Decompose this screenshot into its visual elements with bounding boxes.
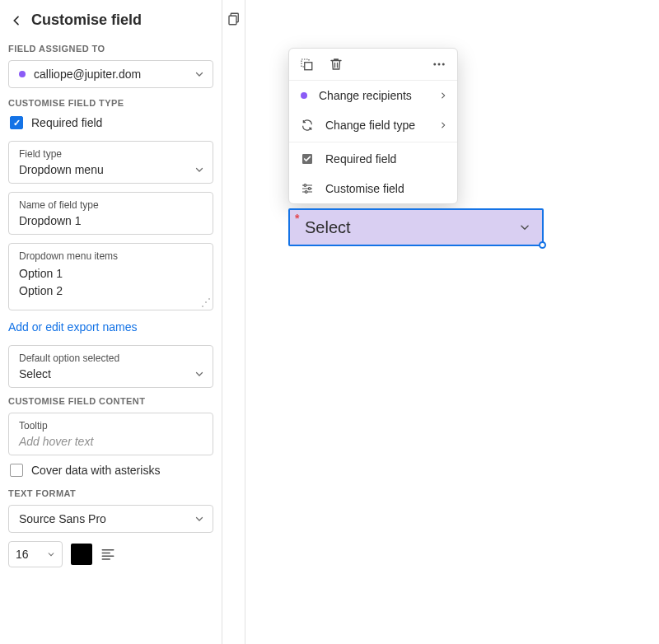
menu-label: Change recipients <box>319 89 412 102</box>
menu-customise[interactable]: Customise field <box>289 174 457 203</box>
chevron-down-icon <box>194 514 204 524</box>
chevron-down-icon <box>47 550 55 558</box>
field-name-input[interactable]: Name of field type Dropdown 1 <box>8 192 213 235</box>
checkbox-checked-icon <box>301 152 314 166</box>
assigned-value: calliope@jupiter.dom <box>34 68 141 81</box>
export-names-link[interactable]: Add or edit export names <box>8 320 137 334</box>
recipient-dot-icon <box>301 92 307 99</box>
resize-handle[interactable] <box>539 241 546 249</box>
field-name-label: Name of field type <box>19 199 203 211</box>
section-content: CUSTOMISE FIELD CONTENT <box>8 396 213 406</box>
back-button[interactable] <box>10 14 23 27</box>
required-checkbox[interactable]: ✓ <box>10 116 23 129</box>
dropdown-item-line: Option 1 <box>19 265 203 282</box>
delete-button[interactable] <box>329 57 344 72</box>
chevron-right-icon <box>439 121 447 129</box>
document-canvas[interactable]: Change recipients Change field type <box>245 0 659 644</box>
menu-required[interactable]: Required field <box>289 144 457 174</box>
svg-point-10 <box>305 191 307 194</box>
align-button[interactable] <box>100 547 115 562</box>
svg-point-8 <box>304 184 306 187</box>
copy-pages-icon <box>227 12 241 26</box>
field-type-value: Dropdown menu <box>19 163 104 176</box>
required-asterisk-icon: * <box>295 212 299 225</box>
required-label: Required field <box>31 116 102 129</box>
chevron-down-icon <box>194 69 204 79</box>
resize-grip-icon[interactable]: ⋰ <box>201 296 211 308</box>
assigned-dropdown[interactable]: calliope@jupiter.dom <box>8 60 213 88</box>
trash-icon <box>329 57 344 72</box>
svg-point-5 <box>438 63 441 66</box>
field-type-label: Field type <box>19 148 203 160</box>
chevron-down-icon <box>194 369 204 379</box>
chevron-left-icon <box>10 14 23 27</box>
refresh-icon <box>301 119 314 132</box>
pages-strip <box>222 0 245 644</box>
chevron-down-icon <box>519 222 530 233</box>
svg-point-4 <box>433 63 436 66</box>
field-name-value: Dropdown 1 <box>19 214 82 227</box>
required-checkbox-row[interactable]: ✓ Required field <box>10 116 213 129</box>
duplicate-button[interactable] <box>299 57 314 72</box>
section-assigned: FIELD ASSIGNED TO <box>8 44 213 54</box>
color-swatch[interactable] <box>71 544 92 565</box>
field-type-select[interactable]: Field type Dropdown menu <box>8 141 213 184</box>
duplicate-icon <box>299 57 314 72</box>
font-size-stepper[interactable]: 16 <box>8 541 63 567</box>
font-select[interactable]: Source Sans Pro <box>8 505 213 533</box>
dropdown-item-line: Option 2 <box>19 282 203 300</box>
sliders-icon <box>301 182 314 195</box>
svg-rect-1 <box>229 16 236 25</box>
svg-rect-3 <box>305 63 312 70</box>
default-option-label: Default option selected <box>19 352 203 364</box>
more-icon <box>431 57 447 72</box>
tooltip-label: Tooltip <box>19 420 203 432</box>
menu-change-recipients[interactable]: Change recipients <box>289 81 457 110</box>
tooltip-input[interactable]: Tooltip Add hover text <box>8 413 213 455</box>
menu-label: Change field type <box>325 119 415 132</box>
svg-point-6 <box>442 63 445 66</box>
align-left-icon <box>100 547 115 562</box>
mask-checkbox[interactable] <box>10 464 23 477</box>
section-text-format: TEXT FORMAT <box>8 488 213 498</box>
canvas-dropdown-field[interactable]: * Select <box>288 208 544 246</box>
menu-label: Customise field <box>325 182 404 195</box>
canvas-field-placeholder: Select <box>305 218 351 237</box>
chevron-right-icon <box>439 91 447 100</box>
default-option-value: Select <box>19 367 51 380</box>
dropdown-items-textarea[interactable]: Dropdown menu items Option 1 Option 2 ⋰ <box>8 243 213 310</box>
chevron-down-icon <box>194 165 204 175</box>
pages-button[interactable] <box>227 12 241 644</box>
recipient-dot-icon <box>19 71 26 77</box>
dropdown-items-label: Dropdown menu items <box>19 250 203 262</box>
field-context-menu: Change recipients Change field type <box>288 48 458 204</box>
page-title: Customise field <box>31 12 142 29</box>
mask-checkbox-row[interactable]: Cover data with asterisks <box>10 464 213 477</box>
font-value: Source Sans Pro <box>19 512 106 525</box>
mask-label: Cover data with asterisks <box>31 464 160 477</box>
more-button[interactable] <box>431 57 447 72</box>
menu-label: Required field <box>325 152 396 166</box>
font-size-value: 16 <box>16 548 29 561</box>
svg-point-9 <box>308 188 311 190</box>
default-option-select[interactable]: Default option selected Select <box>8 345 213 388</box>
customise-panel: Customise field FIELD ASSIGNED TO callio… <box>0 0 222 644</box>
menu-change-type[interactable]: Change field type <box>289 110 457 140</box>
tooltip-placeholder: Add hover text <box>19 435 93 448</box>
section-field-type: CUSTOMISE FIELD TYPE <box>8 98 213 108</box>
